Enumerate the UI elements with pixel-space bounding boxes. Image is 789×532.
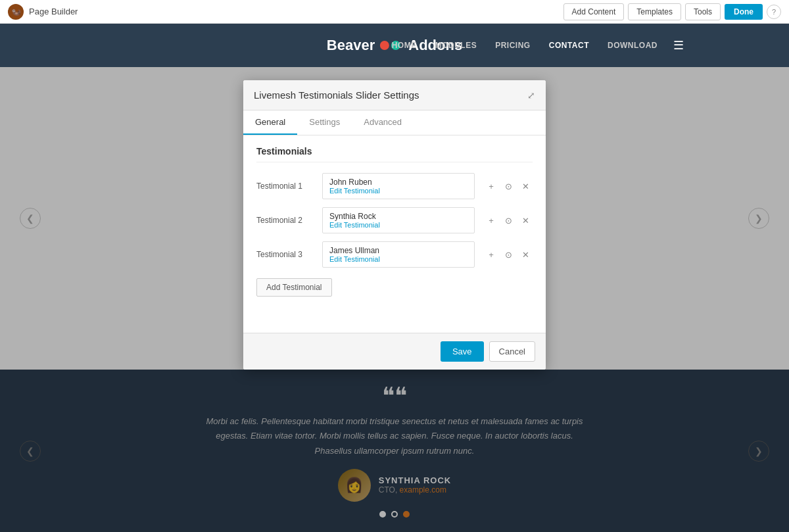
toolbar-right: Add Content Templates Tools Done ? xyxy=(563,3,781,20)
done-button[interactable]: Done xyxy=(725,4,763,20)
tab-settings[interactable]: Settings xyxy=(297,110,352,135)
testimonial-2-remove-btn[interactable]: ✕ xyxy=(518,213,533,228)
testimonial-row-2: Testimonial 2 Synthia Rock Edit Testimon… xyxy=(256,207,533,233)
testimonial-2-add-btn[interactable]: + xyxy=(484,213,498,228)
modal-tabs: General Settings Advanced xyxy=(243,110,546,135)
testimonial-2-label: Testimonial 2 xyxy=(256,216,316,225)
testimonial-3-remove-btn[interactable]: ✕ xyxy=(518,247,533,262)
testimonial-3-add-btn[interactable]: + xyxy=(484,247,498,262)
modal-title: Livemesh Testimonials Slider Settings xyxy=(254,89,419,101)
testimonial-1-inner: John Ruben Edit Testimonial xyxy=(329,178,467,195)
testimonial-2-field: Synthia Rock Edit Testimonial xyxy=(322,207,475,233)
app-logo: 🦦 xyxy=(8,4,24,20)
testimonial-row-1: Testimonial 1 John Ruben Edit Testimonia… xyxy=(256,173,533,199)
testimonial-2-name: Synthia Rock xyxy=(329,212,467,221)
testimonial-3-copy-btn[interactable]: ⊙ xyxy=(501,247,515,262)
testimonial-3-label: Testimonial 3 xyxy=(256,250,316,259)
modal-expand-button[interactable]: ⤢ xyxy=(527,90,535,101)
testimonial-1-actions: + ⊙ ✕ xyxy=(484,179,533,193)
testimonial-2-actions: + ⊙ ✕ xyxy=(484,213,533,228)
nav-modules[interactable]: MODULES xyxy=(435,41,477,50)
testimonial-3-edit-link[interactable]: Edit Testimonial xyxy=(329,255,467,263)
testimonial-1-remove-btn[interactable]: ✕ xyxy=(518,179,533,193)
testimonial-3-inner: James Ullman Edit Testimonial xyxy=(329,246,467,263)
modal-overlay: Livemesh Testimonials Slider Settings ⤢ … xyxy=(0,67,789,532)
tab-general[interactable]: General xyxy=(243,110,297,135)
testimonial-1-field: John Ruben Edit Testimonial xyxy=(322,173,475,199)
testimonial-3-actions: + ⊙ ✕ xyxy=(484,247,533,262)
site-nav: Beaver Addons HOME MODULES PRICING CONTA… xyxy=(0,24,789,67)
testimonial-1-add-btn[interactable]: + xyxy=(484,179,498,193)
app-title: Page Builder xyxy=(29,7,78,16)
settings-modal: Livemesh Testimonials Slider Settings ⤢ … xyxy=(243,80,546,370)
hamburger-menu[interactable]: ☰ xyxy=(673,38,684,53)
testimonial-2-copy-btn[interactable]: ⊙ xyxy=(501,213,515,228)
add-testimonial-button[interactable]: Add Testimonial xyxy=(256,278,332,297)
main-area: ❮ In au... Nullamtincidu... quis ante. ❯… xyxy=(0,67,789,532)
cancel-button[interactable]: Cancel xyxy=(489,341,535,362)
modal-body: Testimonials Testimonial 1 John Ruben Ed… xyxy=(243,135,546,333)
testimonial-1-name: John Ruben xyxy=(329,178,467,187)
toolbar: 🦦 Page Builder Add Content Templates Too… xyxy=(0,0,789,24)
nav-links: HOME MODULES PRICING CONTACT DOWNLOAD xyxy=(392,41,658,50)
tab-advanced[interactable]: Advanced xyxy=(352,110,414,135)
add-content-button[interactable]: Add Content xyxy=(563,3,625,20)
nav-download[interactable]: DOWNLOAD xyxy=(608,41,658,50)
modal-header: Livemesh Testimonials Slider Settings ⤢ xyxy=(243,80,546,110)
nav-home[interactable]: HOME xyxy=(392,41,417,50)
testimonial-1-label: Testimonial 1 xyxy=(256,181,316,191)
testimonial-1-edit-link[interactable]: Edit Testimonial xyxy=(329,187,467,195)
nav-pricing[interactable]: PRICING xyxy=(495,41,531,50)
save-button[interactable]: Save xyxy=(441,341,484,362)
modal-footer: Save Cancel xyxy=(243,333,546,370)
templates-button[interactable]: Templates xyxy=(628,3,681,20)
testimonial-2-edit-link[interactable]: Edit Testimonial xyxy=(329,221,467,229)
logo-icon-red xyxy=(380,41,389,50)
testimonial-1-copy-btn[interactable]: ⊙ xyxy=(501,179,515,193)
testimonial-3-name: James Ullman xyxy=(329,246,467,255)
testimonial-row-3: Testimonial 3 James Ullman Edit Testimon… xyxy=(256,241,533,268)
tools-button[interactable]: Tools xyxy=(685,3,721,20)
testimonial-3-field: James Ullman Edit Testimonial xyxy=(322,241,475,268)
toolbar-left: 🦦 Page Builder xyxy=(8,4,78,20)
logo-text-beaver: Beaver xyxy=(327,37,375,54)
help-button[interactable]: ? xyxy=(767,5,781,19)
testimonial-2-inner: Synthia Rock Edit Testimonial xyxy=(329,212,467,229)
section-heading: Testimonials xyxy=(256,146,533,162)
nav-contact[interactable]: CONTACT xyxy=(549,41,589,50)
